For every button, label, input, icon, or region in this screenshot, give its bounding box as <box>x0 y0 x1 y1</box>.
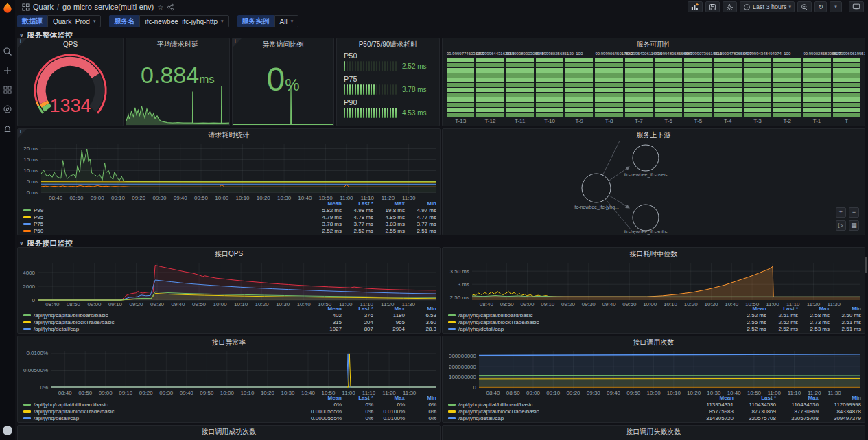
legend-row[interactable]: P995.82 ms4.98 ms19.8 ms4.97 ms <box>23 207 436 213</box>
legend-row[interactable]: P753.78 ms3.77 ms3.83 ms3.77 ms <box>23 220 436 227</box>
heatmap-column[interactable]: 99.99998990306948T-11 <box>506 51 534 124</box>
panel-info-icon[interactable]: i <box>18 38 27 47</box>
refresh-interval-dropdown[interactable]: ▾ <box>830 1 842 12</box>
node-graph[interactable]: ifc-newbee_ifc-jyhq... ifc-newbee_ifc-us… <box>443 141 865 235</box>
share-icon[interactable] <box>167 3 174 11</box>
save-dashboard-button[interactable] <box>705 1 720 12</box>
node-upstream-auth[interactable] <box>633 205 659 231</box>
panel-title[interactable]: 接口调用失败次数 <box>443 426 865 437</box>
svg-text:2000: 2000 <box>23 283 35 290</box>
refresh-button[interactable]: ↻ <box>814 1 827 12</box>
explore-compass-icon[interactable] <box>3 104 12 114</box>
legend-row[interactable]: P502.52 ms2.52 ms2.55 ms2.51 ms <box>23 227 436 234</box>
panel-title[interactable]: 异常访问比例 <box>233 38 333 50</box>
series-stat: 0% <box>405 402 436 408</box>
legend-row[interactable]: /api/jyhq/capital/blockTrade/basic0.0000… <box>23 408 436 415</box>
panel-info-icon[interactable]: i <box>233 38 242 47</box>
legend-row[interactable]: /api/jyhq/capital/billboard/basic2.52 ms… <box>448 312 861 319</box>
heatmap-column[interactable]: 99.99948958566587T-6 <box>655 51 682 124</box>
series-swatch <box>23 417 31 419</box>
time-range-picker[interactable]: Last 3 hours ▾ <box>740 1 795 12</box>
legend-row[interactable]: /api/jyhq/capital/billboard/basic4023761… <box>23 312 436 319</box>
bar-gauge-row[interactable]: P753.78 ms <box>344 75 432 95</box>
availability-value: 99.99998990306948 <box>506 51 534 57</box>
heatmap-column[interactable]: 99.99998025685139T-10 <box>536 51 563 124</box>
node-graph-control-button[interactable]: + <box>836 207 846 218</box>
series-stat: 0% <box>342 415 373 421</box>
alerting-bell-icon[interactable] <box>3 124 12 133</box>
panel-interface-median: 接口耗时中位数 08:4008:5009:0009:1009:2009:3009… <box>442 247 865 334</box>
heatmap-column[interactable]: 99.99997746031299T-13 <box>447 51 474 124</box>
panel-title[interactable]: 服务可用性 <box>443 38 865 50</box>
series-name: P99 <box>34 207 43 213</box>
qps-gauge[interactable]: 1334 <box>18 50 123 124</box>
cycle-view-mode-button[interactable] <box>849 1 864 12</box>
heatmap-column[interactable]: 100T-9 <box>565 51 593 124</box>
node-upstream-user[interactable] <box>633 145 659 171</box>
interface-error-chart[interactable]: 08:4008:5009:0009:1009:2009:3009:4009:50… <box>19 348 439 396</box>
legend-row[interactable]: /api/jyhq/capital/billboard/basic0%0%0%0… <box>23 401 436 408</box>
series-stat: 965 <box>373 319 405 325</box>
variable-datasource[interactable]: 数据源 Quark_Prod▾ <box>17 15 101 27</box>
heatmap-column[interactable]: 99.99994783658437T-4 <box>714 51 742 124</box>
panel-title[interactable]: 接口异常率 <box>18 336 440 348</box>
favorite-star-icon[interactable]: ☆ <box>157 3 163 11</box>
scrollbar-thumb[interactable] <box>865 257 867 273</box>
panel-info-icon[interactable]: i <box>18 129 27 138</box>
grafana-logo-icon[interactable] <box>1 2 14 14</box>
heatmap-column[interactable]: 100T-2 <box>773 51 801 124</box>
series-stat: 2.52 ms <box>735 312 766 319</box>
panel-title[interactable]: 接口耗时中位数 <box>443 248 865 259</box>
heatmap-column[interactable]: 99.99902858295527T-1 <box>803 51 830 124</box>
add-panel-button[interactable] <box>688 1 703 12</box>
zoom-out-button[interactable] <box>797 1 812 12</box>
variable-service-instance[interactable]: 服务实例 All▾ <box>237 15 299 27</box>
heatmap-column[interactable]: 99.99996961995167T <box>833 51 860 124</box>
variable-service-name[interactable]: 服务名 ifc-newbee_ifc-jyhq-http▾ <box>109 15 228 27</box>
heatmap-column[interactable]: 99.99954306116435T-7 <box>625 51 653 124</box>
legend-row[interactable]: /api/jyhq/capital/billboard/basic1139543… <box>448 401 861 408</box>
interface-median-chart[interactable]: 08:4008:5009:0009:1009:2009:3009:4009:50… <box>443 259 864 308</box>
legend-row[interactable]: /api/jyhq/capital/blockTrade/basic2.55 m… <box>448 319 861 325</box>
interface-calls-chart[interactable]: 08:4008:5009:0009:1009:2009:3009:4009:50… <box>443 348 864 396</box>
heatmap-column[interactable]: 99.99996443162553T-12 <box>476 51 504 124</box>
interface-qps-chart[interactable]: 08:4008:5009:0009:1009:2009:3009:4009:50… <box>19 259 439 308</box>
legend-row[interactable]: /api/jyhq/detail/cap2.52 ms2.52 ms2.53 m… <box>448 325 861 332</box>
breadcrumb-app[interactable]: Quark <box>33 3 54 11</box>
legend-row[interactable]: /api/jyhq/capital/blockTrade/basic857759… <box>448 408 861 415</box>
create-plus-icon[interactable] <box>3 66 12 76</box>
interface-median-legend: MeanLast *MaxMin/api/jyhq/capital/billbo… <box>448 305 861 332</box>
panel-title[interactable]: P50/75/90请求耗时 <box>337 38 439 50</box>
panel-title[interactable]: 平均请求时延 <box>126 38 229 50</box>
user-avatar[interactable] <box>3 426 12 435</box>
node-graph-control-button[interactable]: − <box>849 207 859 218</box>
panel-title[interactable]: 接口QPS <box>18 248 440 259</box>
series-stat: 2.55 ms <box>373 228 405 234</box>
bar-gauge-row[interactable]: P904.53 ms <box>344 98 432 118</box>
panel-title[interactable]: 接口调用成功次数 <box>18 426 440 437</box>
series-name: /api/jyhq/capital/billboard/basic <box>34 402 108 408</box>
node-central[interactable] <box>582 174 611 202</box>
node-graph-control-button[interactable]: ▦ <box>849 220 859 231</box>
panel-title[interactable]: 服务上下游 <box>443 129 865 141</box>
bar-gauge-row[interactable]: P502.52 ms <box>344 51 432 71</box>
series-stat: 204 <box>342 319 373 325</box>
legend-row[interactable]: /api/jyhq/detail/cap31430572032057570832… <box>448 415 861 421</box>
legend-row[interactable]: /api/jyhq/detail/cap0.0000555%0%0.0100%0… <box>23 415 436 421</box>
heatmap-column[interactable]: 99.99994348494974T-3 <box>744 51 771 124</box>
heatmap-column[interactable]: 99.99990645017582T-8 <box>595 51 622 124</box>
heatmap-column[interactable]: 99.99990736619616T-5 <box>684 51 712 124</box>
dashboard-settings-button[interactable] <box>723 1 737 12</box>
panel-title[interactable]: 请求耗时统计 <box>18 129 440 141</box>
node-graph-control-button[interactable]: ▷ <box>836 220 846 231</box>
latency-stats-chart[interactable]: 08:4008:5009:0009:1009:2009:3009:4009:50… <box>19 141 439 201</box>
panel-title[interactable]: 接口调用次数 <box>443 336 865 348</box>
search-icon[interactable] <box>3 47 12 56</box>
panel-title[interactable]: QPS <box>18 38 123 50</box>
dashboard-title[interactable]: go-micro-service(multi-env) <box>62 3 154 11</box>
bar-gauge-value: 2.52 ms <box>397 62 432 70</box>
dashboards-icon[interactable] <box>3 85 12 95</box>
legend-row[interactable]: /api/jyhq/capital/blockTrade/basic315204… <box>23 319 436 325</box>
legend-row[interactable]: P954.79 ms4.78 ms4.85 ms4.77 ms <box>23 213 436 220</box>
legend-row[interactable]: /api/jyhq/detail/cap1027807290428.3 <box>23 325 436 332</box>
